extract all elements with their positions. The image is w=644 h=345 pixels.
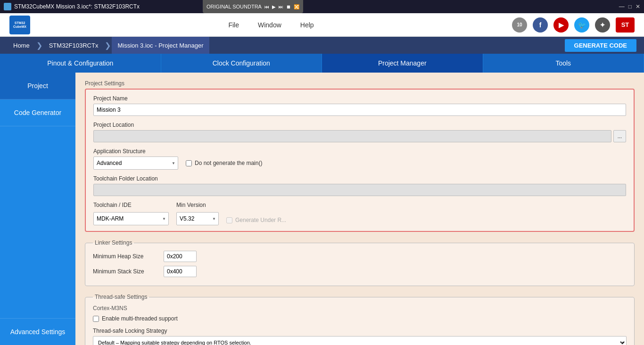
locking-strategy-select-wrapper: Default – Mapping suitable strategy depe… <box>93 336 627 345</box>
breadcrumb: Home ❯ STM32F103RCTx ❯ Mission 3.ioc - P… <box>0 37 644 54</box>
project-location-input[interactable] <box>93 130 611 142</box>
logo: STM32CubeMX <box>9 16 30 34</box>
content-area: Project Settings Project Name Project Lo… <box>75 73 644 345</box>
chevron-icon-1: ❯ <box>36 41 42 50</box>
icon-network[interactable]: ✦ <box>595 17 610 33</box>
breadcrumb-chip[interactable]: STM32F103RCTx <box>43 37 104 54</box>
cortex-label: Cortex-M3NS <box>93 305 627 312</box>
media-stop[interactable]: ⏹ <box>286 4 291 9</box>
menu-window[interactable]: Window <box>258 21 281 29</box>
menu-file[interactable]: File <box>228 21 239 29</box>
enable-multithread-label: Enable multi-threaded support <box>102 315 178 322</box>
icon-st-brand[interactable]: ST <box>616 17 635 33</box>
locking-strategy-select[interactable]: Default – Mapping suitable strategy depe… <box>93 336 627 345</box>
menu-bar: STM32CubeMX File Window Help 10 f ▶ 🐦 ✦ … <box>0 13 644 37</box>
project-location-browse-button[interactable]: ... <box>613 130 626 142</box>
min-heap-input[interactable] <box>164 251 197 262</box>
generate-code-button[interactable]: GENERATE CODE <box>565 39 636 52</box>
thread-settings-label: Thread-safe Settings <box>93 294 149 300</box>
media-title: ORIGINAL SOUNDTRA <box>206 4 262 9</box>
app-icon <box>4 3 11 10</box>
min-stack-row: Minimum Stack Size <box>93 266 627 277</box>
do-not-generate-checkbox[interactable] <box>186 160 192 166</box>
logo-box: STM32CubeMX <box>9 16 30 34</box>
project-location-group: Project Location ... <box>93 122 626 142</box>
window-title: STM32CubeMX Mission 3.ioc*: STM32F103RCT… <box>14 3 140 10</box>
main-layout: Project Code Generator Advanced Settings… <box>0 73 644 345</box>
linker-settings-label: Linker Settings <box>93 239 134 246</box>
app-structure-select[interactable]: Advanced Basic <box>93 156 178 170</box>
toolchain-ide-select[interactable]: MDK-ARM STM32CubeIDE EWARM <box>93 212 169 225</box>
close-button[interactable]: ✕ <box>636 3 640 10</box>
app-structure-label: Application Structure <box>93 148 626 155</box>
app-structure-group: Application Structure Advanced Basic Do … <box>93 148 626 170</box>
project-settings-box: Project Name Project Location ... Applic… <box>85 89 635 232</box>
icon-twitter[interactable]: 🐦 <box>574 17 589 33</box>
app-structure-select-wrapper: Advanced Basic <box>93 156 178 170</box>
toolchain-folder-group: Toolchain Folder Location <box>93 175 626 196</box>
toolchain-ide-label: Toolchain / IDE <box>93 202 169 208</box>
sidebar: Project Code Generator Advanced Settings <box>0 73 75 345</box>
social-icons: 10 f ▶ 🐦 ✦ ST <box>512 17 635 33</box>
sidebar-item-code-generator[interactable]: Code Generator <box>0 99 75 126</box>
min-stack-input[interactable] <box>164 266 197 277</box>
tab-pinout[interactable]: Pinout & Configuration <box>0 54 161 73</box>
do-not-generate-label: Do not generate the main() <box>195 160 262 166</box>
min-heap-label: Minimum Heap Size <box>93 253 159 260</box>
menu-help[interactable]: Help <box>300 21 314 29</box>
project-settings-label: Project Settings <box>85 80 635 87</box>
min-stack-label: Minimum Stack Size <box>93 268 159 275</box>
media-play[interactable]: ▶ <box>272 4 276 9</box>
toolchain-folder-label: Toolchain Folder Location <box>93 175 626 182</box>
generate-under-col: Generate Under R... <box>226 217 286 225</box>
project-name-input[interactable] <box>93 104 626 116</box>
media-prev[interactable]: ⏮ <box>264 4 269 9</box>
menu-items: File Window Help <box>49 21 493 29</box>
toolchain-ide-select-wrapper: MDK-ARM STM32CubeIDE EWARM <box>93 212 169 225</box>
minimize-button[interactable]: — <box>619 3 625 10</box>
min-version-select-wrapper: V5.32 V5.27 V5.26 <box>176 212 219 225</box>
breadcrumb-project[interactable]: Mission 3.ioc - Project Manager <box>112 37 209 54</box>
project-name-label: Project Name <box>93 95 626 102</box>
icon-10th[interactable]: 10 <box>512 17 527 33</box>
generate-under-checkbox[interactable] <box>226 217 232 223</box>
icon-facebook[interactable]: f <box>533 17 548 33</box>
title-bar: STM32CubeMX Mission 3.ioc*: STM32F103RCT… <box>0 0 644 13</box>
project-name-group: Project Name <box>93 95 626 116</box>
breadcrumb-home[interactable]: Home <box>8 37 35 54</box>
generate-under-row: Generate Under R... <box>226 217 286 223</box>
tab-tools[interactable]: Tools <box>483 54 644 73</box>
do-not-generate-row: Do not generate the main() <box>186 160 262 166</box>
min-heap-row: Minimum Heap Size <box>93 251 627 262</box>
sidebar-item-project[interactable]: Project <box>0 73 75 99</box>
toolchain-ide-col: Toolchain / IDE MDK-ARM STM32CubeIDE EWA… <box>93 202 169 225</box>
media-bar: ORIGINAL SOUNDTRA ⏮ ▶ ⏭ ⏹ 🔀 <box>203 0 303 13</box>
media-shuffle[interactable]: 🔀 <box>294 4 299 9</box>
tab-clock[interactable]: Clock Configuration <box>161 54 322 73</box>
chevron-icon-2: ❯ <box>105 41 111 50</box>
maximize-button[interactable]: □ <box>628 3 632 10</box>
enable-multithread-checkbox[interactable] <box>93 316 99 322</box>
toolchain-ide-row: Toolchain / IDE MDK-ARM STM32CubeIDE EWA… <box>93 202 626 225</box>
locking-strategy-group: Thread-safe Locking Strategy Default – M… <box>93 328 627 345</box>
toolchain-folder-input[interactable] <box>93 184 626 196</box>
thread-settings-section: Thread-safe Settings Cortex-M3NS Enable … <box>85 294 635 345</box>
icon-youtube[interactable]: ▶ <box>553 17 569 33</box>
linker-settings-section: Linker Settings Minimum Heap Size Minimu… <box>85 239 635 286</box>
enable-multithread-row: Enable multi-threaded support <box>93 315 627 322</box>
min-version-select[interactable]: V5.32 V5.27 V5.26 <box>176 212 219 225</box>
project-location-label: Project Location <box>93 122 626 128</box>
locking-strategy-label: Thread-safe Locking Strategy <box>93 328 627 334</box>
tab-project-manager[interactable]: Project Manager <box>322 54 483 73</box>
generate-under-label: Generate Under R... <box>235 217 286 223</box>
min-version-label: Min Version <box>176 202 219 208</box>
sidebar-item-advanced-settings[interactable]: Advanced Settings <box>0 318 75 345</box>
media-next[interactable]: ⏭ <box>279 4 283 9</box>
window-controls[interactable]: — □ ✕ <box>619 3 640 10</box>
tab-bar: Pinout & Configuration Clock Configurati… <box>0 54 644 73</box>
min-version-col: Min Version V5.32 V5.27 V5.26 <box>176 202 219 225</box>
